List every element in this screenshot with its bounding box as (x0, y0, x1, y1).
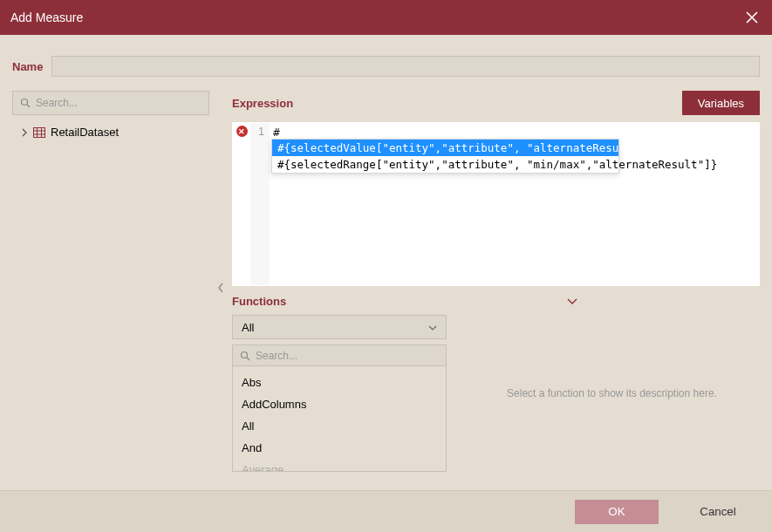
close-icon (746, 11, 758, 24)
autocomplete-popup: #{selectedValue["entity","attribute", "a… (271, 139, 619, 174)
function-category-dropdown[interactable]: All (232, 315, 447, 339)
data-tree: RetailDataset (12, 115, 209, 149)
tree-search-input[interactable] (36, 97, 202, 109)
name-label: Name (12, 60, 43, 73)
functions-section: Functions All (232, 295, 760, 472)
close-button[interactable] (742, 8, 762, 27)
function-item[interactable]: All (233, 415, 446, 437)
tree-item-label: RetailDataset (51, 126, 119, 139)
name-row: Name (0, 35, 772, 91)
work-area: RetailDataset Expression Variables ✕ 1 #… (0, 91, 772, 485)
dialog-footer: OK Cancel (0, 490, 772, 532)
error-icon[interactable]: ✕ (236, 126, 248, 137)
right-panel: Expression Variables ✕ 1 # #{selectedVal… (232, 91, 760, 485)
function-item[interactable]: And (233, 437, 446, 459)
autocomplete-option[interactable]: #{selectedValue["entity","attribute", "a… (272, 140, 618, 156)
dropdown-value: All (242, 321, 254, 334)
search-icon (20, 98, 31, 108)
svg-point-0 (22, 99, 28, 106)
function-item[interactable]: Average (233, 459, 446, 471)
dialog-title: Add Measure (10, 10, 742, 24)
ok-button[interactable]: OK (575, 500, 659, 524)
functions-body: All Abs (232, 315, 760, 472)
functions-toggle[interactable]: Functions (232, 295, 760, 308)
name-input[interactable] (51, 56, 760, 77)
functions-label: Functions (232, 295, 286, 308)
expression-label: Expression (232, 97, 682, 110)
error-gutter: ✕ (233, 123, 250, 285)
title-bar: Add Measure (0, 0, 772, 35)
table-icon (33, 127, 45, 138)
tree-item-retaildataset[interactable]: RetailDataset (14, 124, 208, 140)
function-search-input[interactable] (256, 350, 439, 362)
function-items: Abs AddColumns All And Average (233, 366, 446, 471)
code-text: # (273, 126, 280, 139)
tree-search[interactable] (12, 91, 209, 115)
functions-left: All Abs (232, 315, 447, 472)
function-item[interactable]: AddColumns (233, 393, 446, 415)
search-icon (240, 351, 250, 361)
function-description: Select a function to show its descriptio… (464, 315, 760, 472)
svg-line-1 (27, 105, 30, 107)
svg-rect-2 (34, 127, 45, 137)
autocomplete-option[interactable]: #{selectedRange["entity","attribute", "m… (272, 156, 618, 173)
chevron-left-icon (217, 283, 224, 293)
expression-header: Expression Variables (232, 91, 760, 115)
function-search[interactable] (233, 345, 446, 366)
variables-button[interactable]: Variables (682, 91, 760, 115)
cancel-button[interactable]: Cancel (676, 500, 760, 524)
function-item[interactable]: Abs (233, 372, 446, 393)
chevron-right-icon (21, 128, 28, 137)
function-description-hint: Select a function to show its descriptio… (507, 387, 717, 399)
collapse-left-handle[interactable] (209, 91, 232, 485)
line-gutter: 1 (250, 123, 270, 285)
chevron-down-icon (428, 321, 437, 334)
svg-point-7 (242, 351, 248, 358)
line-number: 1 (250, 126, 264, 138)
left-panel: RetailDataset (12, 91, 209, 485)
expression-editor[interactable]: ✕ 1 # #{selectedValue["entity","attribut… (232, 122, 760, 286)
function-list-box: Abs AddColumns All And Average (232, 344, 447, 472)
svg-line-8 (247, 358, 249, 360)
chevron-down-icon (567, 295, 577, 308)
code-area[interactable]: # #{selectedValue["entity","attribute", … (270, 123, 759, 285)
